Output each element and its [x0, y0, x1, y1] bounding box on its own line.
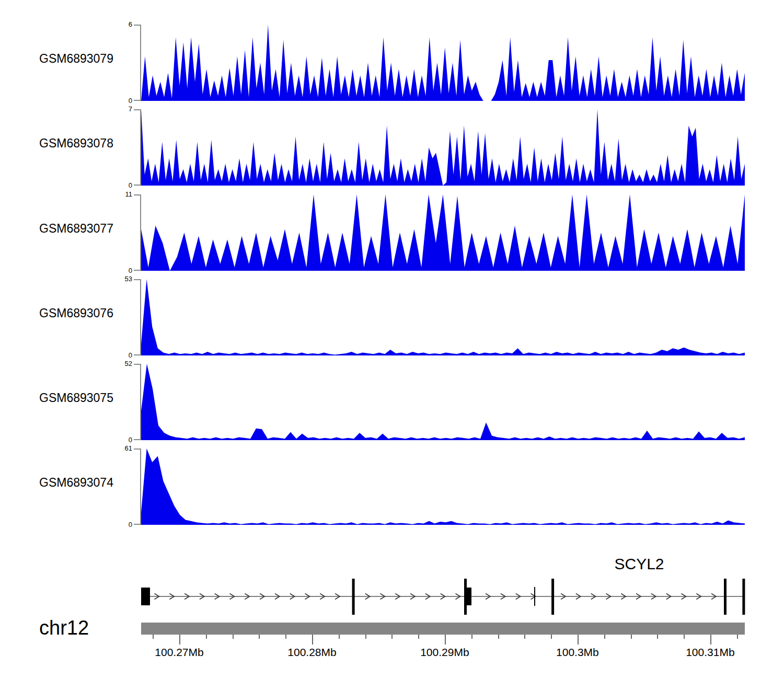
y-axis-zero-tick	[134, 439, 141, 440]
y-axis-max-label: 61	[90, 444, 132, 452]
y-axis-zero-tick	[134, 524, 141, 525]
y-axis-max-label: 11	[90, 190, 132, 198]
y-axis-top-tick	[134, 448, 141, 450]
ruler-major-tick	[710, 635, 711, 645]
gene-exon	[464, 579, 467, 615]
track-label: GSM6893074	[39, 476, 113, 490]
ruler-minor-tick	[657, 635, 658, 639]
ruler-minor-tick	[339, 635, 340, 639]
y-axis-max-label: 53	[90, 275, 132, 283]
coverage-signal	[141, 109, 745, 186]
coverage-track-gsm6893079: GSM6893079 6 0	[0, 25, 784, 101]
ruler-minor-tick	[471, 635, 472, 639]
y-axis-zero-label: 0	[90, 267, 132, 274]
coverage-signal	[141, 279, 745, 355]
chromosome-ruler-bar	[141, 623, 745, 635]
y-axis-zero-tick	[134, 185, 141, 186]
y-axis-zero-tick	[134, 270, 141, 271]
gene-exon	[724, 579, 727, 615]
y-axis-zero-label: 0	[90, 521, 132, 528]
ruler-minor-tick	[498, 635, 499, 639]
coverage-track-gsm6893076: GSM6893076 53 0	[0, 279, 784, 356]
coverage-area	[141, 194, 745, 271]
y-axis-top-tick	[134, 279, 141, 280]
ruler-minor-tick	[551, 635, 552, 639]
gene-exon	[141, 588, 150, 605]
track-label: GSM6893076	[39, 306, 113, 320]
coverage-signal	[141, 364, 745, 440]
ruler-minor-tick	[418, 635, 419, 639]
ruler-minor-tick	[391, 635, 393, 639]
coverage-track-gsm6893075: GSM6893075 52 0	[0, 364, 784, 441]
y-axis-zero-tick	[134, 100, 141, 101]
coverage-track-gsm6893074: GSM6893074 61 0	[0, 448, 784, 525]
track-label: GSM6893078	[39, 136, 113, 151]
ruler-tick-label: 100.31Mb	[686, 646, 734, 659]
ruler-minor-tick	[285, 635, 286, 639]
coverage-area	[141, 448, 745, 525]
track-label: GSM6893075	[39, 391, 113, 405]
ruler-minor-tick	[737, 635, 738, 639]
ruler-minor-tick	[206, 635, 207, 639]
y-axis-zero-label: 0	[90, 351, 132, 359]
y-axis-zero-label: 0	[90, 97, 132, 105]
ruler-minor-tick	[524, 635, 525, 639]
track-label: GSM6893079	[39, 52, 113, 66]
gene-exon	[742, 579, 745, 615]
coverage-area	[141, 279, 745, 355]
ruler-minor-tick	[259, 635, 260, 639]
track-label: GSM6893077	[39, 222, 113, 236]
ruler-minor-tick	[631, 635, 632, 639]
gene-exon	[551, 579, 554, 615]
y-axis-top-tick	[134, 109, 141, 110]
ruler-tick-label: 100.3Mb	[556, 646, 599, 659]
y-axis-zero-tick	[134, 354, 141, 355]
gene-exon	[352, 579, 355, 615]
coverage-track-gsm6893078: GSM6893078 7 0	[0, 109, 784, 186]
ruler-minor-tick	[233, 635, 234, 639]
ruler-major-tick	[179, 635, 180, 645]
coverage-area	[141, 25, 745, 101]
coverage-signal	[141, 25, 745, 101]
y-axis-top-tick	[134, 364, 141, 365]
genome-browser-view: GSM6893079 6 0 GSM6893078 7 0 GSM6893077…	[0, 0, 784, 690]
gene-exon	[467, 588, 471, 605]
chromosome-label: chr12	[39, 617, 89, 639]
gene-name-label: SCYL2	[590, 555, 689, 573]
ruler-minor-tick	[153, 635, 154, 639]
ruler-major-tick	[312, 635, 313, 645]
coverage-track-gsm6893077: GSM6893077 11 0	[0, 194, 784, 271]
y-axis-max-label: 7	[90, 105, 132, 113]
y-axis-top-tick	[134, 25, 141, 26]
y-axis-top-tick	[134, 194, 141, 196]
ruler-minor-tick	[365, 635, 366, 639]
gene-exon	[534, 587, 535, 606]
y-axis-zero-label: 0	[90, 181, 132, 189]
ruler-minor-tick	[604, 635, 605, 639]
y-axis-max-label: 6	[90, 20, 132, 28]
y-axis-zero-label: 0	[90, 436, 132, 444]
coverage-signal	[141, 194, 745, 271]
ruler-minor-tick	[684, 635, 685, 639]
gene-model	[141, 575, 745, 619]
ruler-major-tick	[578, 635, 579, 645]
ruler-tick-label: 100.27Mb	[155, 646, 203, 659]
y-axis-max-label: 52	[90, 360, 132, 367]
ruler-tick-label: 100.29Mb	[420, 646, 469, 659]
coverage-area	[141, 364, 745, 440]
coverage-area	[141, 109, 745, 186]
ruler-tick-label: 100.28Mb	[287, 646, 336, 659]
coverage-signal	[141, 448, 745, 525]
ruler-major-tick	[445, 635, 446, 645]
